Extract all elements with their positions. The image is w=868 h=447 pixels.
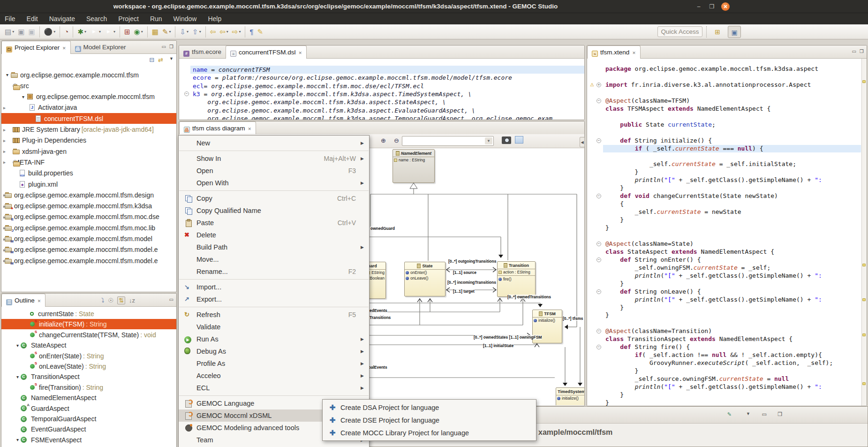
- menubar-item-help[interactable]: Help: [208, 15, 221, 23]
- chevron-down-icon[interactable]: ▾: [169, 30, 171, 34]
- back-button[interactable]: ⇦▾: [218, 26, 230, 38]
- run-last-button[interactable]: ▶▾: [103, 26, 117, 38]
- outline-item-eventguardaspect[interactable]: CEventGuardAspect: [1, 424, 176, 434]
- show-whitespace-button[interactable]: ¶: [248, 26, 255, 38]
- chevron-collapsed-icon[interactable]: ▸: [1, 126, 8, 133]
- problem-marker[interactable]: [862, 298, 866, 301]
- submenu-item-create-dse-project-for-language[interactable]: ✚Create DSE Project for language: [323, 414, 536, 426]
- menubar-item-run[interactable]: Run: [150, 15, 162, 23]
- user-profile-button[interactable]: ⚫▾: [43, 26, 57, 38]
- tab-tfsm-class-diagram[interactable]: 品tfsm class diagram✕: [179, 121, 256, 135]
- debug-button[interactable]: ✱▾: [76, 26, 88, 38]
- outline-item-namedelementaspect[interactable]: CNamedElementAspect: [1, 393, 176, 403]
- tree-item-org-eclipse-gemoc-example-moccml-tfsm-mo[interactable]: ▸Jorg.eclipse.gemoc.example.moccml.tfsm.…: [1, 222, 176, 233]
- forward-button[interactable]: ⇨▾: [231, 26, 242, 38]
- tree-item-org-eclipse-gemoc-example-moccml-tfsm[interactable]: ▾org.eclipse.gemoc.example.moccml.tfsm: [1, 91, 176, 102]
- problem-marker[interactable]: [862, 264, 866, 266]
- tree-item-xdsml-java-gen[interactable]: ▸xdsml-java-gen: [1, 146, 176, 157]
- menu-item-import[interactable]: ↘Import...: [179, 281, 369, 293]
- menubar-item-edit[interactable]: Edit: [27, 15, 38, 23]
- fold-marker[interactable]: −: [184, 91, 189, 96]
- palette-collapse-icon[interactable]: ◀: [580, 137, 585, 147]
- tree-item-jre-system-library[interactable]: ▸JRE System Library [oracle-java8-jdk-am…: [1, 124, 176, 135]
- chevron-collapsed-icon[interactable]: ▸: [1, 224, 8, 231]
- new-plugin-project-button[interactable]: ◉▾: [133, 26, 144, 38]
- restore-button[interactable]: ❐: [707, 2, 717, 11]
- link-with-editor-icon[interactable]: ⇄: [158, 56, 163, 63]
- launch-config-button[interactable]: ◔: [63, 26, 70, 38]
- problem-marker[interactable]: [862, 382, 866, 385]
- view-menu-icon[interactable]: ▼: [169, 56, 174, 61]
- sort-visibility-icon[interactable]: ⇅: [117, 296, 125, 304]
- menu-item-open[interactable]: OpenF3: [179, 165, 369, 177]
- attribute-row[interactable]: action : EString: [498, 269, 535, 275]
- next-annotation-button[interactable]: ⇩▾: [178, 26, 190, 38]
- fold-marker[interactable]: −: [596, 329, 601, 333]
- chevron-expanded-icon[interactable]: ▾: [4, 72, 10, 77]
- open-resource-button[interactable]: ▦: [151, 26, 160, 38]
- minimize-button[interactable]: –: [694, 2, 703, 11]
- tree-item-org-eclipse-gemoc-example-moccml-tfsm-mo[interactable]: ▸Morg.eclipse.gemoc.example.moccml.tfsm.…: [1, 255, 176, 266]
- transition-class[interactable]: Transitionaction : EStringfire(): [497, 261, 536, 297]
- tab-tfsm-xtend[interactable]: ⌁tfsm.xtend✕: [587, 45, 641, 59]
- menu-item-validate[interactable]: Validate: [179, 321, 369, 333]
- submenu-item-create-mocc-library-project-for-language[interactable]: ✚Create MOCC Library Project for languag…: [323, 426, 536, 439]
- fold-marker[interactable]: −: [596, 242, 601, 246]
- open-perspective-icon[interactable]: ⊞: [711, 26, 724, 38]
- operation-row[interactable]: onEnter(): [405, 270, 445, 275]
- search-brush-button[interactable]: ✎▾: [161, 26, 173, 38]
- sort-alpha-icon[interactable]: ↓z: [129, 297, 135, 304]
- chevron-down-icon[interactable]: ▾: [199, 30, 201, 34]
- close-icon[interactable]: ✕: [38, 299, 41, 303]
- menu-item-move[interactable]: Move...: [179, 253, 369, 265]
- menubar-item-project[interactable]: Project: [118, 15, 139, 23]
- chevron-down-icon[interactable]: ▾: [226, 30, 228, 34]
- outline-item-temporalguardaspect[interactable]: CTemporalGuardAspect: [1, 414, 176, 424]
- fold-marker[interactable]: +: [596, 83, 601, 87]
- menubar-item-search[interactable]: Search: [86, 15, 107, 23]
- outline-item-guardaspect[interactable]: CAGuardAspect: [1, 403, 176, 414]
- hide-fields-icon[interactable]: ☉: [108, 297, 113, 304]
- menu-item-rename[interactable]: Rename...F2: [179, 265, 369, 278]
- menubar-item-file[interactable]: File: [5, 15, 15, 23]
- timedsystem-class[interactable]: TimedSysteminitialize(): [556, 387, 584, 405]
- tab-concurrenttfsm-dsl[interactable]: ≡concurrentTFSM.dsl✕: [226, 45, 307, 59]
- operation-row[interactable]: onLeave(): [405, 275, 445, 281]
- chevron-down-icon[interactable]: ▾: [84, 30, 86, 34]
- diagram-zoom-combo[interactable]: ▼: [402, 136, 494, 146]
- dsl-code-area[interactable]: name = concurrentTFSMecore = platform:/r…: [179, 59, 584, 120]
- tab-outline[interactable]: ☰Outline✕: [1, 294, 45, 307]
- menu-item-acceleo[interactable]: Acceleo▶: [179, 370, 369, 382]
- problem-marker[interactable]: [862, 333, 866, 336]
- tree-item-org-eclipse-gemoc-example-moccml-tfsm[interactable]: ▾org.eclipse.gemoc.example.moccml.tfsm: [1, 69, 176, 80]
- menu-item-refresh[interactable]: ↻RefreshF5: [179, 309, 369, 321]
- fold-marker[interactable]: −: [596, 194, 601, 198]
- chevron-down-icon[interactable]: ▾: [187, 30, 189, 34]
- chevron-down-icon[interactable]: ▾: [239, 30, 241, 34]
- maximize-view-icon[interactable]: ❒: [169, 44, 174, 49]
- layers-icon[interactable]: [515, 136, 523, 144]
- menu-item-open-with[interactable]: Open With▶: [179, 177, 369, 189]
- minimize-view-icon[interactable]: ▭: [762, 411, 767, 417]
- chevron-collapsed-icon[interactable]: ▸: [1, 257, 8, 264]
- operation-row[interactable]: fire(): [498, 276, 535, 282]
- tree-item-org-eclipse-gemoc-example-moccml-tfsm-mo[interactable]: ▸Morg.eclipse.gemoc.example.moccml.tfsm.…: [1, 244, 176, 255]
- menu-item-copy[interactable]: CopyCtrl+C: [179, 192, 369, 205]
- new-java-project-button[interactable]: ⊞: [123, 26, 132, 38]
- chevron-expanded-icon[interactable]: ▾: [20, 94, 26, 99]
- xtend-code-area[interactable]: package org.eclipse.gemoc.example.moccml…: [587, 59, 867, 406]
- operation-row[interactable]: initialize(): [556, 395, 584, 401]
- save-button[interactable]: ▣: [16, 26, 26, 38]
- tree-item-org-eclipse-gemoc-example-moccml-tfsm-de[interactable]: ▸org.eclipse.gemoc.example.moccml.tfsm.d…: [1, 189, 176, 200]
- menu-item-paste[interactable]: PasteCtrl+V: [179, 217, 369, 229]
- close-icon[interactable]: ✕: [632, 51, 636, 55]
- chevron-collapsed-icon[interactable]: ▸: [1, 137, 8, 144]
- outline-item-transitionaspect[interactable]: ▾CTransitionAspect: [1, 371, 176, 382]
- prev-annotation-button[interactable]: ⇧▾: [191, 26, 203, 38]
- tree-item-org-eclipse-gemoc-example-moccml-tfsm-mo[interactable]: ▸Morg.eclipse.gemoc.example.moccml.tfsm.…: [1, 234, 176, 244]
- close-button[interactable]: ✕: [721, 2, 730, 11]
- chevron-down-icon[interactable]: ▾: [99, 30, 101, 34]
- chevron-collapsed-icon[interactable]: ▸: [1, 191, 8, 198]
- run-button[interactable]: ▶▾: [89, 26, 102, 38]
- menu-item-build-path[interactable]: Build Path▶: [179, 241, 369, 253]
